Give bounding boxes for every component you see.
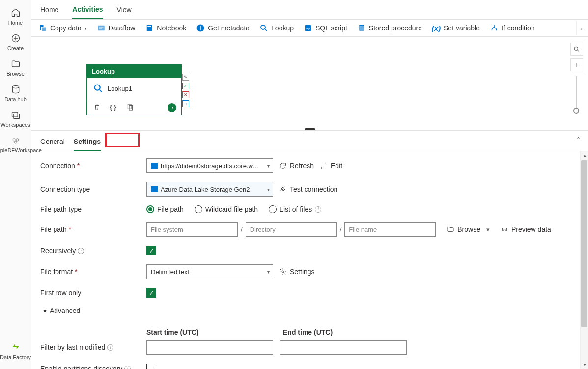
enable-partitions-checkbox[interactable]	[146, 364, 156, 369]
detail-tab-general[interactable]: General	[40, 135, 65, 151]
rail-browse[interactable]: Browse	[0, 55, 31, 81]
svg-rect-9	[99, 28, 102, 29]
format-settings-button[interactable]: Settings	[279, 268, 315, 276]
rail-datafactory[interactable]: Data Factory	[0, 339, 31, 364]
start-time-header: Start time (UTC)	[146, 328, 276, 336]
info-icon[interactable]: i	[78, 248, 84, 254]
connection-type-select[interactable]: Azure Data Lake Storage Gen2 ▾	[146, 182, 273, 197]
activity-node-lookup[interactable]: Lookup Lookup1 { } ✎ ✓ ✕ →	[86, 64, 182, 115]
chevron-up-icon: ⌃	[576, 136, 581, 143]
chevron-down-icon: ▾	[267, 269, 270, 275]
detail-tab-settings[interactable]: Settings	[74, 135, 101, 151]
vertical-scrollbar[interactable]: ▴ ▾	[580, 151, 588, 369]
connection-select[interactable]: https://didem0storage.dfs.core.w… ▾	[146, 158, 273, 173]
copy-data-icon	[38, 24, 47, 32]
code-icon[interactable]: { }	[110, 103, 117, 111]
rail-datahub[interactable]: Data hub	[0, 81, 31, 106]
port-success[interactable]: ✓	[182, 83, 189, 89]
canvas-zoom-in-button[interactable]: +	[570, 58, 583, 71]
chevron-down-icon: ▾	[267, 163, 270, 169]
toolbar-set-variable-label: Set variable	[444, 24, 480, 32]
activity-ports: ✎ ✓ ✕ →	[182, 74, 189, 107]
directory-input[interactable]	[246, 222, 337, 237]
first-row-only-label: First row only	[40, 289, 146, 297]
rail-workspaces[interactable]: Workspaces	[0, 106, 31, 132]
highlight-annotation	[105, 133, 140, 147]
stored-procedure-icon	[357, 24, 366, 32]
radio-file-path[interactable]: File path	[146, 205, 184, 213]
toolbar-stored-procedure[interactable]: Stored procedure	[357, 24, 422, 32]
edit-button[interactable]: Edit	[320, 162, 342, 170]
toolbar-if-condition[interactable]: If condition	[490, 24, 535, 32]
toolbar-get-metadata[interactable]: i Get metadata	[196, 24, 250, 32]
port-failure[interactable]: ✕	[182, 91, 189, 98]
file-format-select[interactable]: DelimitedText ▾	[146, 264, 273, 279]
collapse-pane-button[interactable]: ⌃	[576, 136, 581, 143]
info-icon[interactable]: i	[124, 366, 131, 369]
svg-point-24	[282, 271, 284, 273]
svg-rect-2	[12, 112, 18, 117]
tab-view[interactable]: View	[117, 1, 132, 19]
end-time-input[interactable]	[280, 340, 407, 355]
svg-point-6	[14, 141, 17, 143]
tab-home[interactable]: Home	[40, 1, 58, 19]
browse-button[interactable]: Browse	[447, 226, 480, 233]
chevron-right-icon: ›	[580, 25, 582, 32]
enable-partitions-label: Enable partitions discovery i	[40, 365, 146, 369]
svg-rect-11	[148, 26, 152, 27]
canvas-search-button[interactable]	[570, 43, 583, 56]
rail-datafactory-label: Data Factory	[0, 354, 31, 360]
info-icon[interactable]: i	[315, 206, 321, 213]
port-completion[interactable]: →	[182, 100, 189, 107]
info-icon[interactable]: i	[107, 344, 113, 351]
rail-sample-workspace[interactable]: SampleDFWorkspace	[0, 132, 31, 157]
scrollbar-thumb[interactable]	[581, 160, 587, 327]
toolbar-sql-script[interactable]: SQL SQL script	[304, 24, 347, 32]
storage-icon	[151, 163, 158, 169]
toolbar-notebook[interactable]: Notebook	[145, 24, 186, 32]
rail-home[interactable]: Home	[0, 4, 31, 29]
file-path-type-radios: File path Wildcard file path List of fil…	[146, 205, 321, 213]
scroll-up-icon[interactable]: ▴	[581, 151, 588, 159]
scroll-down-icon[interactable]: ▾	[581, 361, 588, 369]
svg-rect-10	[147, 25, 152, 31]
advanced-toggle[interactable]: ▾ Advanced	[43, 307, 80, 314]
glasses-icon	[501, 226, 508, 233]
browse-dropdown[interactable]: ▾	[486, 226, 490, 233]
toolbar-copy-data[interactable]: Copy data ▾	[38, 24, 87, 32]
canvas-area: Lookup Lookup1 { } ✎ ✓ ✕ →	[31, 37, 588, 369]
radio-wildcard[interactable]: Wildcard file path	[195, 205, 258, 213]
connection-label: Connection*	[40, 162, 146, 170]
start-time-input[interactable]	[146, 340, 273, 355]
zoom-slider[interactable]	[576, 76, 577, 111]
zoom-handle[interactable]	[573, 108, 579, 114]
file-format-label: File format*	[40, 268, 146, 276]
toolbar-set-variable[interactable]: (x) Set variable	[432, 24, 480, 32]
pipeline-canvas[interactable]: Lookup Lookup1 { } ✎ ✓ ✕ →	[31, 37, 588, 130]
activity-node-name: Lookup1	[108, 85, 132, 92]
rail-datahub-label: Data hub	[4, 96, 27, 102]
toolbar-dataflow[interactable]: Dataflow	[97, 24, 135, 32]
file-name-input[interactable]	[344, 222, 436, 237]
format-settings-label: Settings	[290, 268, 315, 276]
gear-icon	[279, 268, 287, 276]
browse-label: Browse	[457, 226, 480, 233]
svg-rect-19	[128, 104, 131, 109]
copy-icon[interactable]	[126, 103, 134, 111]
recursively-checkbox[interactable]: ✓	[146, 246, 156, 255]
tab-activities[interactable]: Activities	[72, 0, 103, 19]
svg-rect-8	[99, 27, 103, 28]
port-pencil[interactable]: ✎	[182, 74, 189, 81]
refresh-button[interactable]: Refresh	[279, 162, 314, 170]
toolbar-scroll-right[interactable]: ›	[576, 21, 586, 35]
file-system-input[interactable]	[146, 222, 238, 237]
file-path-label: File path*	[40, 226, 146, 233]
first-row-only-checkbox[interactable]: ✓	[146, 288, 156, 298]
rail-create[interactable]: Create	[0, 29, 31, 55]
test-connection-button[interactable]: Test connection	[279, 185, 337, 193]
run-icon[interactable]	[168, 103, 176, 112]
radio-list-files[interactable]: List of files i	[269, 205, 321, 213]
delete-icon[interactable]	[93, 103, 101, 111]
toolbar-lookup[interactable]: Lookup	[259, 24, 294, 32]
preview-data-button[interactable]: Preview data	[501, 226, 551, 233]
